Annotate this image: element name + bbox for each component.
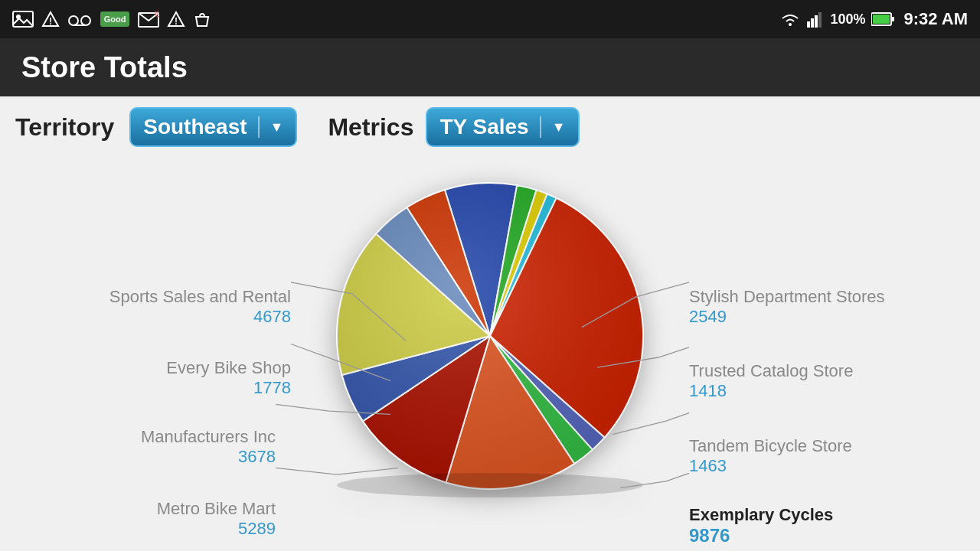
label-exemplary: Exemplary Cycles 9876: [689, 505, 965, 546]
label-name-exemplary: Exemplary Cycles: [689, 505, 965, 525]
label-trusted: Trusted Catalog Store 1418: [689, 361, 965, 401]
label-value-exemplary: 9876: [689, 525, 965, 546]
metrics-dropdown[interactable]: TY Sales ▼: [426, 107, 579, 147]
good-icon: Good: [100, 11, 130, 28]
dropdown-divider: [258, 116, 260, 138]
label-name-manufacturers: Manufacturers Inc: [15, 427, 276, 447]
territory-label: Territory: [15, 113, 114, 142]
status-bar: ! Good @ ! 100% 9:32 AM: [0, 0, 980, 38]
label-stylish: Stylish Department Stores 2549: [689, 287, 965, 327]
label-name-metro-bike: Metro Bike Mart: [15, 499, 276, 519]
svg-text:@: @: [155, 11, 159, 17]
label-value-trusted: 1418: [689, 381, 965, 401]
label-name-tandem: Tandem Bicycle Store: [689, 436, 965, 456]
controls-row: Territory Southeast ▼ Metrics TY Sales ▼: [0, 96, 980, 153]
label-manufacturers: Manufacturers Inc 3678: [15, 427, 276, 467]
svg-rect-14: [811, 18, 814, 28]
label-name-trusted: Trusted Catalog Store: [689, 361, 965, 381]
svg-rect-13: [807, 21, 810, 28]
page-title: Store Totals: [21, 51, 188, 84]
svg-rect-16: [818, 12, 822, 28]
svg-rect-0: [13, 11, 33, 27]
image-icon: [12, 11, 34, 28]
metrics-label: Metrics: [328, 113, 413, 142]
shopping-icon: [193, 11, 211, 28]
svg-rect-19: [891, 17, 894, 21]
label-sports-sales: Sports Sales and Rental 4678: [15, 287, 291, 327]
label-value-every-bike: 1778: [15, 378, 291, 398]
label-value-sports: 4678: [15, 307, 291, 327]
time-display: 9:32 AM: [903, 9, 968, 29]
label-name-every-bike: Every Bike Shop: [15, 358, 291, 378]
label-every-bike: Every Bike Shop 1778: [15, 358, 291, 398]
battery-percent: 100%: [830, 11, 865, 28]
svg-text:!: !: [49, 16, 52, 27]
warning2-icon: !: [167, 11, 185, 28]
svg-text:Good: Good: [104, 15, 126, 24]
label-value-manufacturers: 3678: [15, 447, 276, 467]
territory-value: Southeast: [143, 115, 247, 139]
mail-icon: @: [138, 11, 159, 28]
voicemail-icon: [67, 11, 92, 28]
main-content: Territory Southeast ▼ Metrics TY Sales ▼: [0, 96, 980, 551]
svg-point-21: [337, 473, 643, 497]
battery-icon: [871, 11, 894, 27]
chevron-down-icon2: ▼: [552, 119, 566, 135]
pie-chart: [322, 168, 658, 504]
svg-rect-15: [815, 15, 818, 28]
warning-icon: !: [41, 11, 60, 28]
label-value-tandem: 1463: [689, 456, 965, 476]
svg-rect-18: [873, 15, 890, 24]
svg-point-4: [69, 16, 78, 25]
label-value-stylish: 2549: [689, 307, 965, 327]
metrics-value: TY Sales: [439, 115, 528, 139]
metrics-section: Metrics TY Sales ▼: [328, 107, 579, 147]
dropdown-divider2: [540, 116, 541, 138]
label-value-metro-bike: 5289: [15, 519, 276, 539]
svg-point-5: [81, 16, 90, 25]
territory-dropdown[interactable]: Southeast ▼: [129, 107, 297, 147]
label-metro-bike: Metro Bike Mart 5289: [15, 499, 276, 539]
label-name-stylish: Stylish Department Stores: [689, 287, 965, 307]
label-tandem: Tandem Bicycle Store 1463: [689, 436, 965, 476]
svg-text:!: !: [175, 16, 178, 27]
label-name-sports: Sports Sales and Rental: [15, 287, 291, 307]
chevron-down-icon: ▼: [270, 119, 284, 135]
status-right: 100% 9:32 AM: [779, 9, 968, 29]
signal-icon: [807, 11, 824, 28]
status-icons: ! Good @ !: [12, 11, 211, 28]
wifi-icon: [779, 11, 801, 28]
title-bar: Store Totals: [0, 38, 980, 96]
chart-area: Sports Sales and Rental 4678 Every Bike …: [0, 153, 980, 551]
